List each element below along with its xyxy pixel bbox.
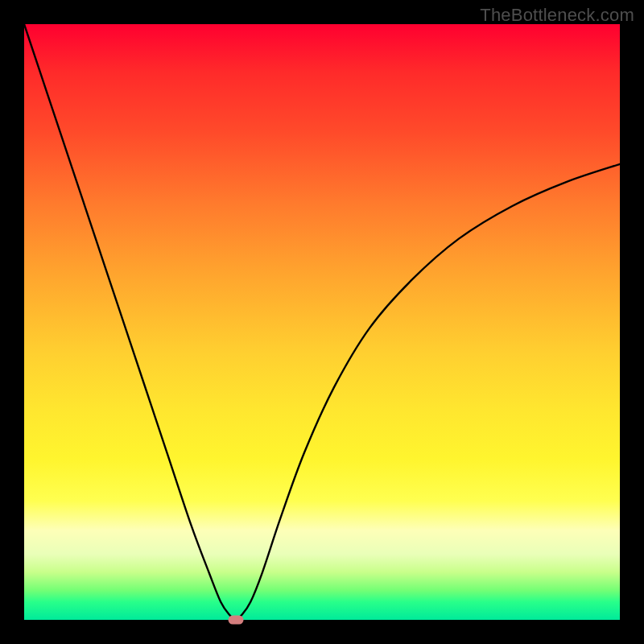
plot-area	[24, 24, 620, 620]
watermark-text: TheBottleneck.com	[480, 5, 634, 26]
curve-layer	[24, 24, 620, 620]
curve-path	[24, 24, 620, 620]
chart-frame: TheBottleneck.com	[0, 0, 644, 644]
minimum-marker	[228, 616, 243, 625]
